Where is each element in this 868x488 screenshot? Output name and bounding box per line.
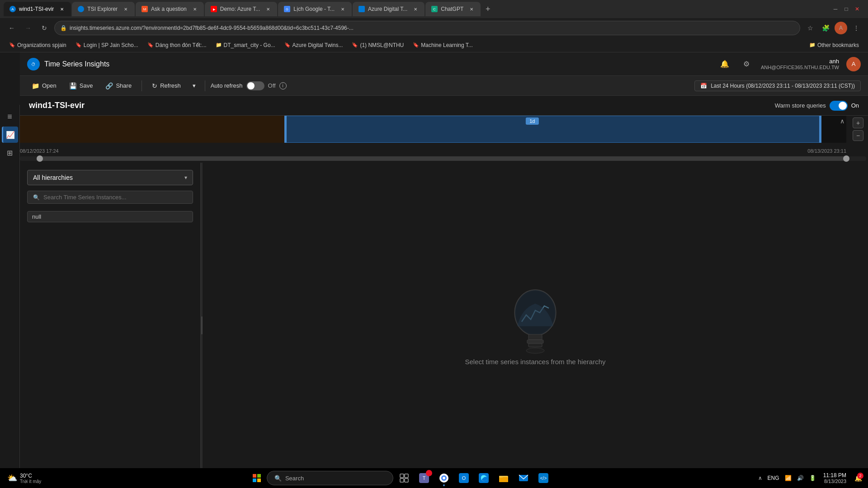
top-nav: ⏱ Time Series Insights 🔔 ⚙ anh ANH@OFFIC… [20, 52, 868, 76]
tab-close-chatgpt[interactable]: ✕ [468, 5, 475, 13]
notification-center-button[interactable]: 🔔 2 [852, 472, 864, 484]
time-range-text: Last 24 Hours (08/12/2023 23:11 - 08/13/… [711, 83, 855, 89]
toolbar-divider [142, 80, 142, 91]
timeline-start-date: 08/12/2023 17:24 [20, 148, 59, 154]
tab-close-ask[interactable]: ✕ [191, 5, 198, 13]
teams-button[interactable]: T [415, 469, 433, 487]
panel-resizer[interactable] [201, 163, 203, 488]
other-bookmarks[interactable]: 📁 Other bookmarks [806, 41, 863, 49]
maximize-button[interactable]: □ [843, 5, 850, 13]
open-button[interactable]: 📁 Open [27, 80, 61, 91]
svg-point-19 [526, 348, 544, 353]
timeline-scrubber[interactable] [20, 156, 866, 161]
mail-taskbar-button[interactable] [514, 469, 533, 487]
minimize-button[interactable]: ─ [832, 5, 839, 13]
forward-button[interactable]: → [22, 22, 34, 34]
url-bar[interactable]: 🔒 insights.timeseries.azure.com/?environ… [54, 21, 800, 35]
save-button[interactable]: 💾 Save [65, 80, 98, 91]
tab-label-tsi: TSI Explorer [87, 6, 118, 12]
save-icon: 💾 [69, 82, 77, 89]
task-view-button[interactable] [395, 469, 413, 487]
reload-button[interactable]: ↻ [38, 22, 51, 34]
tab-close-wind1[interactable]: ✕ [58, 5, 66, 13]
refresh-dropdown-button[interactable]: ▾ [189, 80, 199, 91]
warm-store-toggle[interactable] [830, 101, 848, 111]
hierarchy-dropdown[interactable]: All hierarchies ▾ [27, 170, 193, 185]
bookmarks-bar: 🔖 Organizations spjain 🔖 Login | SP Jain… [0, 38, 868, 52]
tray-expand-button[interactable]: ∧ [756, 474, 764, 482]
tab-close-lich[interactable]: ✕ [339, 5, 346, 13]
edge-taskbar-button[interactable] [475, 469, 493, 487]
svg-rect-20 [253, 474, 256, 478]
tab-chatgpt[interactable]: C ChatGPT ✕ [425, 2, 481, 16]
close-button[interactable]: ✕ [854, 5, 861, 13]
svg-text:M: M [143, 7, 146, 11]
sidebar-analytics-button[interactable]: 📈 [2, 127, 18, 143]
back-button[interactable]: ← [5, 22, 18, 34]
bookmark-nmsl[interactable]: 🔖 (1) NMSL@NTHU [348, 41, 407, 49]
notification-button[interactable]: 🔔 [717, 57, 732, 71]
tab-wind1[interactable]: A wind1-TSI-evir ✕ [4, 2, 71, 16]
user-avatar[interactable]: A [846, 57, 861, 71]
chrome-taskbar-button[interactable] [435, 469, 453, 487]
svg-rect-25 [405, 474, 408, 478]
timeline-left-handle[interactable] [284, 116, 287, 143]
timeline-right-handle[interactable] [819, 116, 821, 143]
svg-rect-24 [400, 474, 404, 478]
sidebar-grid-button[interactable]: ⊞ [2, 145, 18, 161]
share-button[interactable]: 🔗 Share [101, 80, 136, 91]
tab-tsi[interactable]: TSI Explorer ✕ [72, 2, 135, 16]
timeline-collapse-button[interactable]: ∧ [840, 117, 844, 125]
volume-icon[interactable]: 🔊 [795, 474, 806, 482]
extensions-button[interactable]: 🧩 [819, 22, 832, 34]
clock-time: 11:18 PM [823, 472, 846, 479]
vscode-taskbar-button[interactable]: </> [534, 469, 552, 487]
search-instances-input[interactable] [43, 194, 187, 201]
time-range-display[interactable]: 📅 Last 24 Hours (08/12/2023 23:11 - 08/1… [694, 80, 861, 91]
sys-tray: ∧ ENG 📶 🔊 🔋 [756, 474, 818, 482]
tab-ask[interactable]: M Ask a question ✕ [136, 2, 204, 16]
scrubber-right-handle[interactable] [843, 155, 849, 162]
battery-icon[interactable]: 🔋 [807, 474, 818, 482]
timeline-bar[interactable]: 1d [20, 116, 846, 143]
bookmark-organizations[interactable]: 🔖 Organizations spjain [5, 41, 70, 49]
bookmark-dt-smart-city[interactable]: 📁 DT_smart_city - Go... [212, 41, 279, 49]
sidebar-left: ≡ 📈 ⊞ [0, 105, 20, 488]
lock-icon: 🔒 [60, 25, 67, 31]
auto-refresh-toggle[interactable] [246, 81, 264, 90]
timeline-selected-region [284, 116, 821, 143]
bookmark-login-spjain[interactable]: 🔖 Login | SP Jain Scho... [72, 41, 142, 49]
bookmark-azure-digital-twins[interactable]: 🔖 Azure Digital Twins... [281, 41, 347, 49]
info-icon[interactable]: i [279, 82, 287, 89]
svg-rect-16 [528, 334, 542, 340]
bookmark-dang-thon[interactable]: 🔖 Dáng thon đón Tết:... [144, 41, 210, 49]
sidebar-menu-button[interactable]: ≡ [2, 108, 18, 125]
lang-indicator[interactable]: ENG [766, 474, 781, 482]
refresh-button[interactable]: ↻ Refresh [147, 80, 185, 91]
teams-badge [426, 470, 432, 476]
bookmark-machine-learning[interactable]: 🔖 Machine Learning T... [409, 41, 476, 49]
tab-close-azure[interactable]: ✕ [412, 5, 419, 13]
svg-rect-23 [257, 479, 261, 482]
bookmark-this-button[interactable]: ☆ [804, 22, 816, 34]
taskbar-search-bar[interactable]: 🔍 Search [267, 471, 393, 485]
explorer-taskbar-button[interactable] [495, 469, 513, 487]
clock[interactable]: 11:18 PM 8/13/2023 [820, 472, 850, 484]
profile-button[interactable]: A [835, 22, 847, 34]
outlook-taskbar-button[interactable]: O [455, 469, 473, 487]
tab-azure[interactable]: Azure Digital T... ✕ [353, 2, 425, 16]
zoom-in-button[interactable]: + [853, 117, 863, 128]
tab-close-tsi[interactable]: ✕ [122, 5, 129, 13]
tab-close-demo[interactable]: ✕ [264, 5, 272, 13]
tab-lich[interactable]: G Lịch Google - T... ✕ [278, 2, 352, 16]
address-bar: ← → ↻ 🔒 insights.timeseries.azure.com/?e… [0, 18, 868, 38]
tab-demo[interactable]: ▶ Demo: Azure T... ✕ [205, 2, 277, 16]
svg-rect-26 [400, 479, 404, 482]
zoom-out-button[interactable]: − [853, 130, 863, 141]
tab-favicon-tsi [77, 5, 85, 13]
more-button[interactable]: ⋮ [850, 22, 863, 34]
new-tab-button[interactable]: + [481, 3, 494, 15]
start-button[interactable] [249, 470, 265, 486]
wifi-icon[interactable]: 📶 [783, 474, 793, 482]
settings-button[interactable]: ⚙ [739, 57, 754, 71]
